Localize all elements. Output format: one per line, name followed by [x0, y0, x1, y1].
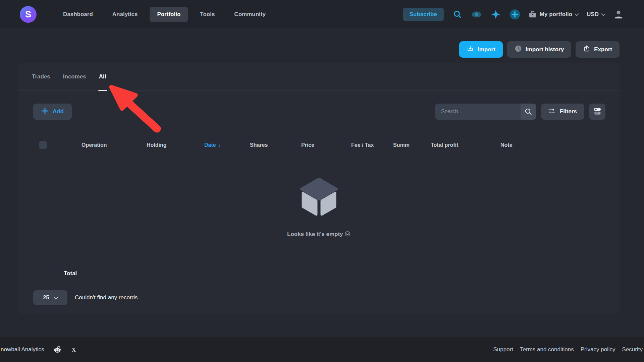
plus-icon [41, 107, 49, 116]
select-all-checkbox[interactable] [39, 141, 47, 149]
export-share-icon [583, 45, 590, 54]
briefcase-icon [529, 10, 537, 18]
import-button[interactable]: Import [459, 41, 503, 58]
table-toolbar: Add Filters [33, 104, 605, 120]
empty-state: Looks like it's empty ☹ [18, 176, 620, 238]
add-plus-circle-icon[interactable] [509, 9, 520, 20]
operations-panel: Trades Incomes All Add Filters [18, 63, 620, 314]
clock-icon [515, 45, 522, 54]
app-logo-letter: S [25, 9, 31, 20]
pagination-row: 25 Couldn't find any records [33, 290, 605, 305]
currency-selector-label: USD [587, 11, 599, 18]
spark-star-icon[interactable] [490, 9, 501, 20]
footer-links: Support Terms and conditions Privacy pol… [493, 346, 643, 353]
import-history-button[interactable]: Import history [507, 41, 571, 58]
currency-selector[interactable]: USD [587, 11, 605, 18]
x-twitter-icon[interactable]: X [71, 347, 77, 353]
import-button-label: Import [478, 46, 495, 53]
column-price[interactable]: Price [301, 142, 351, 148]
import-download-icon [467, 45, 474, 54]
portfolio-selector[interactable]: My portfolio [529, 10, 578, 18]
footer-link-terms[interactable]: Terms and conditions [520, 346, 574, 353]
toolbar-right: Filters [435, 104, 605, 120]
filters-button-label: Filters [560, 108, 577, 115]
footer-left: nowball Analytics X [1, 346, 77, 353]
empty-cube-icon [298, 176, 340, 219]
page-size-value: 25 [43, 295, 49, 301]
search-icon[interactable] [452, 9, 463, 20]
import-history-button-label: Import history [526, 46, 564, 53]
filters-button[interactable]: Filters [541, 104, 584, 120]
topbar-right: Subscribe My portfolio USD [403, 0, 624, 29]
tab-trades[interactable]: Trades [32, 63, 50, 90]
view-settings-button[interactable] [589, 104, 605, 120]
topbar: S Dashboard Analytics Portfolio Tools Co… [0, 0, 644, 29]
watchlist-eye-icon[interactable] [471, 9, 482, 20]
nav-item-community[interactable]: Community [227, 7, 273, 22]
footer-link-support[interactable]: Support [493, 346, 513, 353]
chevron-down-icon [601, 12, 605, 16]
operations-tabs: Trades Incomes All [18, 63, 620, 90]
column-note[interactable]: Note [500, 142, 605, 148]
column-fee-tax[interactable]: Fee / Tax [351, 142, 393, 148]
column-total-profit[interactable]: Total profit [431, 142, 500, 148]
tab-all[interactable]: All [99, 63, 106, 90]
total-divider [33, 262, 605, 262]
table-header-row: Operation Holding Date ↓ Shares Price Fe… [33, 141, 605, 149]
table-header-divider [33, 154, 605, 154]
footer: nowball Analytics X Support Terms and co… [0, 337, 644, 362]
records-status-message: Couldn't find any records [75, 294, 138, 301]
user-avatar-icon[interactable] [613, 9, 624, 20]
portfolio-selector-label: My portfolio [540, 11, 572, 18]
search-bar [435, 104, 536, 120]
column-summ[interactable]: Summ [393, 142, 431, 148]
nav-item-tools[interactable]: Tools [193, 7, 222, 22]
column-shares[interactable]: Shares [250, 142, 301, 148]
footer-brand: nowball Analytics [1, 346, 44, 353]
total-label: Total [64, 270, 605, 277]
app-logo[interactable]: S [20, 6, 37, 23]
subscribe-button[interactable]: Subscribe [403, 8, 444, 21]
export-button[interactable]: Export [576, 41, 620, 58]
column-operation[interactable]: Operation [82, 142, 147, 148]
tab-incomes[interactable]: Incomes [63, 63, 86, 90]
export-button-label: Export [594, 46, 612, 53]
footer-link-security[interactable]: Security [622, 346, 643, 353]
column-holding[interactable]: Holding [147, 142, 204, 148]
page-actions: Import Import history Export [459, 41, 620, 58]
sort-descending-icon: ↓ [218, 142, 221, 148]
empty-state-message: Looks like it's empty ☹ [287, 231, 351, 238]
nav-item-portfolio[interactable]: Portfolio [150, 7, 188, 22]
chevron-down-icon [54, 295, 58, 300]
toggles-icon [593, 107, 602, 116]
add-record-button[interactable]: Add [33, 104, 72, 120]
svg-text:X: X [72, 347, 76, 353]
search-input[interactable] [435, 104, 521, 120]
column-date-label: Date [204, 142, 216, 148]
nav-item-dashboard[interactable]: Dashboard [56, 7, 100, 22]
header-checkbox-cell [33, 141, 82, 149]
reddit-icon[interactable] [53, 346, 61, 353]
add-record-button-label: Add [53, 108, 64, 115]
search-submit-button[interactable] [521, 104, 536, 120]
footer-link-privacy[interactable]: Privacy policy [581, 346, 615, 353]
chevron-down-icon [575, 12, 579, 16]
filter-sliders-icon [548, 108, 556, 116]
nav-item-analytics[interactable]: Analytics [105, 7, 145, 22]
main-nav: Dashboard Analytics Portfolio Tools Comm… [56, 0, 273, 29]
column-date[interactable]: Date ↓ [204, 142, 250, 148]
page-size-select[interactable]: 25 [33, 290, 67, 305]
